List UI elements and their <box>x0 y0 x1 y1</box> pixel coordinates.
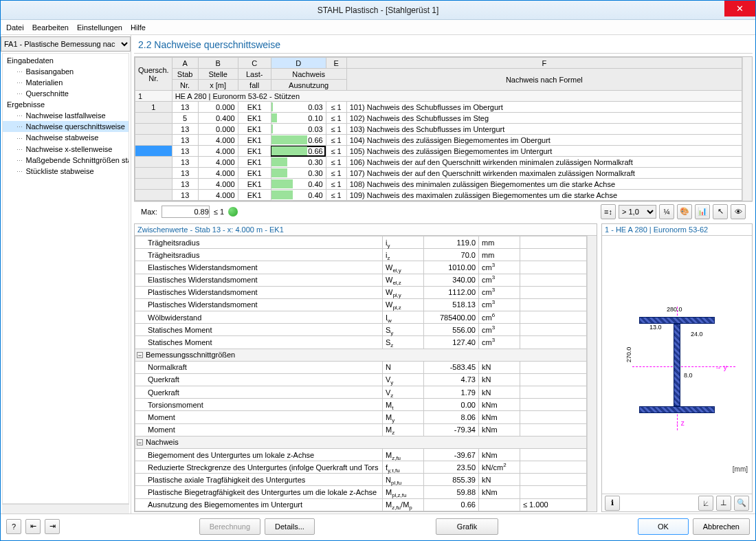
tree-group-input[interactable]: Eingabedaten <box>3 55 129 66</box>
tree-item[interactable]: Nachweise stabweise <box>3 132 129 143</box>
toolbar-view[interactable]: 👁 <box>731 204 746 219</box>
detail-row[interactable]: −Bemessungsschnittgrößen <box>135 349 587 361</box>
detail-row[interactable]: MomentMy8.06kNm <box>135 411 587 423</box>
print-preview-button[interactable]: 🔍 <box>734 496 749 511</box>
next-button[interactable]: ⇥ <box>45 519 60 534</box>
menu-edit[interactable]: Bearbeiten <box>32 23 69 32</box>
menu-help[interactable]: Hilfe <box>131 23 146 32</box>
detail-row[interactable]: −Nachweis <box>135 436 587 448</box>
toolbar-pick[interactable]: ↖ <box>713 204 728 219</box>
detail-row[interactable]: Plastisches WiderstandsmomentWpl,y1112.0… <box>135 286 587 298</box>
detail-row[interactable]: Statisches MomentSz127.40cm3 <box>135 336 587 349</box>
tree-item[interactable]: Querschnitte <box>3 88 129 99</box>
tree-item[interactable]: Maßgebende Schnittgrößen sta <box>3 155 129 166</box>
max-compare: ≤ 1 <box>214 208 224 216</box>
grid-row[interactable]: 1130.000EK10.03≤ 1101) Nachweis des Schu… <box>135 102 742 113</box>
section-preview: 1 - HE A 280 | Euronorm 53-62 280.0 270.… <box>601 223 753 512</box>
grid-row[interactable]: 50.400EK10.10≤ 1102) Nachweis des Schubf… <box>135 113 742 124</box>
sidebar: FA1 - Plastische Bemessung nac Eingabeda… <box>1 35 131 514</box>
menu-settings[interactable]: Einstellungen <box>77 23 122 32</box>
h-section-drawing: 280.0 270.0 13.0 24.0 8.0 → y ↓ z <box>625 303 729 427</box>
detail-row[interactable]: Reduzierte Streckgrenze des Untergurtes … <box>135 461 587 474</box>
preview-title: 1 - HE A 280 | Euronorm 53-62 <box>602 224 752 236</box>
grafik-button[interactable]: Grafik <box>436 518 498 535</box>
detail-row[interactable]: Trägheitsradiusiz70.0mm <box>135 249 587 261</box>
detail-row[interactable]: QuerkraftVz1.79kN <box>135 386 587 399</box>
menu-bar: Datei Bearbeiten Einstellungen Hilfe <box>1 20 755 35</box>
menu-file[interactable]: Datei <box>6 23 24 32</box>
detail-row[interactable]: Biegemoment des Untergurtes um lokale z-… <box>135 448 587 461</box>
detail-row[interactable]: QuerkraftVy4.73kN <box>135 373 587 386</box>
window-title: STAHL Plastisch - [Stahlgerüst 1] <box>318 5 439 15</box>
detail-row[interactable]: NormalkraftN-583.45kN <box>135 361 587 373</box>
col-quersch: Quersch.Nr. <box>135 58 173 91</box>
tree-item[interactable]: Nachweise lastfallweise <box>3 110 129 121</box>
toolbar-btn-1[interactable]: ¼ <box>659 204 674 219</box>
grid-row[interactable]: 134.000EK10.66≤ 1105) Nachweis des zuläs… <box>135 146 742 157</box>
tree-item[interactable]: Nachweise querschnittsweise <box>3 121 129 132</box>
detail-panel: Zwischenwerte - Stab 13 - x: 4.000 m - E… <box>134 223 597 512</box>
close-button[interactable]: ✕ <box>724 1 755 16</box>
case-select[interactable]: FA1 - Plastische Bemessung nac <box>1 36 131 52</box>
detail-row[interactable]: Statisches MomentSy556.00cm3 <box>135 324 587 336</box>
sort-button[interactable]: ≡↕ <box>601 204 616 219</box>
view3d-button-2[interactable]: ⊥ <box>716 496 731 511</box>
max-value-input[interactable] <box>162 206 210 218</box>
axis-z-label: ↓ z <box>676 419 685 427</box>
detail-row[interactable]: Trägheitsradiusiy119.0mm <box>135 236 587 249</box>
status-ok-icon <box>228 207 238 217</box>
tree-group-results[interactable]: Ergebnisse <box>3 99 129 110</box>
max-summary-bar: Max: ≤ 1 ≡↕ > 1,0 ¼ 🎨 📊 ↖ 👁 <box>134 201 753 221</box>
detail-row[interactable]: Elastisches WiderstandsmomentWel,z340.00… <box>135 274 587 286</box>
sidebar-hscroll[interactable] <box>2 504 129 514</box>
grid-row[interactable]: 134.000EK10.30≤ 1106) Nachweis der auf d… <box>135 157 742 168</box>
grid-row[interactable]: 130.000EK10.03≤ 1103) Nachweis des Schub… <box>135 124 742 135</box>
info-button[interactable]: ℹ <box>605 496 620 511</box>
tree-item[interactable]: Nachweise x-stellenweise <box>3 144 129 155</box>
grid-row[interactable]: 134.000EK10.40≤ 1108) Nachweis des minim… <box>135 179 742 190</box>
filter-select[interactable]: > 1,0 <box>619 205 656 219</box>
preview-canvas[interactable]: 280.0 270.0 13.0 24.0 8.0 → y ↓ z [mm] <box>602 236 752 494</box>
footer-bar: ? ⇤ ⇥ Berechnung Details... Grafik OK Ab… <box>1 514 755 538</box>
grid-row[interactable]: 134.000EK10.66≤ 1104) Nachweis des zuläs… <box>135 135 742 146</box>
tree-item[interactable]: Basisangaben <box>3 66 129 77</box>
prev-button[interactable]: ⇤ <box>25 519 41 534</box>
details-button[interactable]: Details... <box>265 518 315 535</box>
detail-row[interactable]: TorsionsmomentMt0.00kNm <box>135 399 587 411</box>
grid-row[interactable]: 134.000EK10.30≤ 1107) Nachweis der auf d… <box>135 168 742 179</box>
detail-row[interactable]: MomentMz-79.34kNm <box>135 423 587 436</box>
grid-row[interactable]: 134.000EK10.40≤ 1109) Nachweis des maxim… <box>135 190 742 201</box>
toolbar-btn-2[interactable]: 🎨 <box>677 204 692 219</box>
max-label: Max: <box>141 208 157 216</box>
detail-row[interactable]: Elastisches WiderstandsmomentWel,y1010.0… <box>135 261 587 274</box>
section-title: 2.2 Nachweise querschnittsweise <box>134 36 753 54</box>
detail-vscroll[interactable] <box>587 236 597 511</box>
grid-vscroll[interactable] <box>742 57 752 201</box>
tree-item[interactable]: Stückliste stabweise <box>3 166 129 177</box>
title-bar: STAHL Plastisch - [Stahlgerüst 1] ✕ <box>1 1 755 20</box>
detail-title: Zwischenwerte - Stab 13 - x: 4.000 m - E… <box>135 224 597 236</box>
detail-row[interactable]: WölbwiderstandIw785400.00cm6 <box>135 311 587 324</box>
help-button[interactable]: ? <box>6 519 21 534</box>
detail-row[interactable]: Plastische Biegetragfähigkeit des Unterg… <box>135 486 587 498</box>
ok-button[interactable]: OK <box>638 518 689 535</box>
nav-tree: Eingabedaten BasisangabenMaterialienQuer… <box>2 53 129 504</box>
toolbar-export[interactable]: 📊 <box>695 204 710 219</box>
calc-button[interactable]: Berechnung <box>199 518 260 535</box>
detail-row[interactable]: Ausnutzung des Biegemomentes im Untergur… <box>135 498 587 511</box>
cancel-button[interactable]: Abbrechen <box>693 518 750 535</box>
tree-item[interactable]: Materialien <box>3 77 129 88</box>
axis-y-label: → y <box>715 364 727 371</box>
view3d-button-1[interactable]: ⟀ <box>698 496 713 511</box>
results-grid[interactable]: Quersch.Nr. A B C D E F Stab Stelle Last… <box>134 56 753 201</box>
unit-label: [mm] <box>733 465 748 473</box>
detail-row[interactable]: Plastisches WiderstandsmomentWpl,z518.13… <box>135 298 587 311</box>
detail-row[interactable]: Plastische axiale Tragfähigkeit des Unte… <box>135 474 587 486</box>
